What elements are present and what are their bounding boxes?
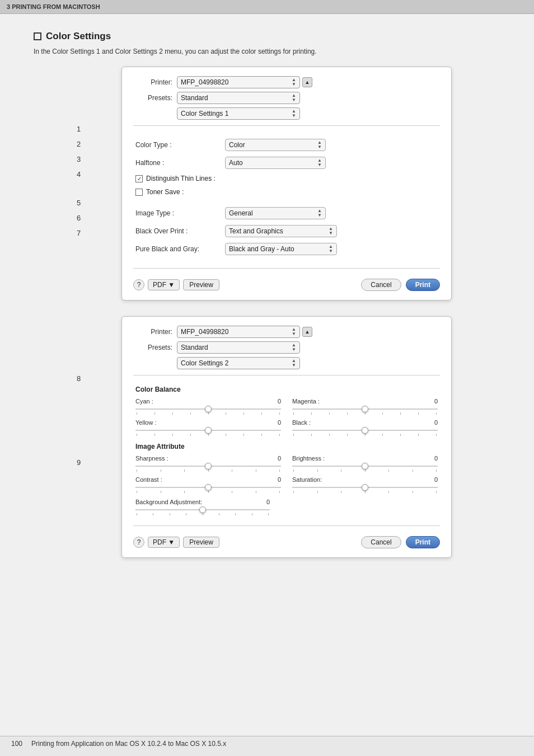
brightness-slider[interactable] [292, 463, 438, 469]
cyan-slider[interactable] [135, 406, 281, 412]
printer-label-1: Printer: [133, 78, 172, 86]
image-attribute-title: Image Attribute [135, 443, 438, 450]
yellow-value: 0 [278, 419, 281, 426]
presets-select-2[interactable]: Standard ▲ ▼ [177, 341, 300, 354]
top-bar-label: 3 PRINTING FROM MACINTOSH [7, 3, 100, 10]
cyan-slider-item: Cyan : 0 [135, 398, 281, 415]
color-balance-title: Color Balance [135, 386, 438, 393]
preview-btn-1[interactable]: Preview [183, 279, 219, 290]
print-btn-2[interactable]: Print [406, 536, 440, 548]
halftone-label: Halftone : [135, 159, 225, 167]
color-type-select[interactable]: Color ▲ ▼ [225, 139, 326, 151]
toner-save-checkbox[interactable] [135, 189, 143, 196]
printer-select-2[interactable]: MFP_04998820 ▲ ▼ [177, 326, 300, 338]
bop-down[interactable]: ▼ [329, 231, 333, 236]
sharpness-label: Sharpness : [135, 455, 168, 462]
printer-label-2: Printer: [133, 328, 172, 336]
printer-down-2[interactable]: ▼ [292, 332, 296, 336]
toner-save-row: Toner Save : [135, 185, 438, 199]
sharpness-slider[interactable] [135, 463, 281, 469]
image-type-select[interactable]: General ▲ ▼ [225, 207, 326, 219]
sharpness-slider-item: Sharpness : 0 [135, 455, 281, 472]
yellow-slider[interactable] [135, 427, 281, 434]
black-slider[interactable] [292, 427, 438, 434]
section-title-checkbox-icon [34, 32, 41, 40]
thin-lines-checkbox[interactable] [135, 175, 143, 182]
print-btn-1[interactable]: Print [406, 279, 440, 291]
panel-down-1[interactable]: ▼ [292, 114, 296, 118]
panel-select-2[interactable]: Color Settings 2 ▲ ▼ [177, 357, 300, 369]
section-description: In the Color Settings 1 and Color Settin… [34, 48, 500, 55]
halftone-down[interactable]: ▼ [317, 163, 322, 167]
help-btn-2[interactable]: ? [133, 537, 144, 548]
saturation-slider[interactable] [292, 484, 438, 491]
thin-lines-row: Distinguish Thin Lines : [135, 172, 438, 185]
black-value: 0 [434, 419, 438, 426]
black-over-print-select[interactable]: Text and Graphics ▲ ▼ [225, 225, 337, 237]
cancel-btn-1[interactable]: Cancel [361, 279, 401, 291]
magenta-value: 0 [434, 398, 438, 405]
thin-lines-label: Distinguish Thin Lines : [146, 175, 216, 182]
saturation-label: Saturation: [292, 476, 322, 483]
background-adj-value: 0 [266, 499, 270, 505]
pdf-btn-2[interactable]: PDF ▼ [148, 537, 180, 548]
background-adj-slider[interactable] [135, 506, 270, 513]
section-title: Color Settings [34, 31, 500, 42]
printer-down-arrow-1[interactable]: ▼ [292, 82, 296, 87]
help-btn-1[interactable]: ? [133, 279, 144, 290]
saturation-value: 0 [434, 476, 438, 483]
image-type-label: Image Type : [135, 209, 225, 217]
presets-down-2[interactable]: ▼ [292, 348, 296, 352]
black-slider-item: Black : 0 [292, 419, 438, 436]
presets-label-1: Presets: [133, 94, 172, 102]
contrast-value: 0 [278, 476, 281, 483]
presets-down-1[interactable]: ▼ [292, 98, 296, 102]
brightness-slider-item: Brightness : 0 [292, 455, 438, 472]
magenta-slider-item: Magenta : 0 [292, 398, 438, 415]
yellow-label: Yellow : [135, 419, 157, 426]
contrast-label: Contrast : [135, 476, 162, 483]
top-bar: 3 PRINTING FROM MACINTOSH [0, 0, 534, 14]
halftone-select[interactable]: Auto ▲ ▼ [225, 157, 326, 169]
background-adj-item: Background Adjustment: 0 [135, 499, 270, 515]
cyan-value: 0 [278, 398, 281, 405]
pure-black-gray-select[interactable]: Black and Gray - Auto ▲ ▼ [225, 243, 337, 255]
dialog2: Printer: MFP_04998820 ▲ ▼ ▲ [121, 316, 452, 558]
bottom-bar-text: Printing from Application on Mac OS X 10… [31, 740, 226, 748]
halftone-row: Halftone : Auto ▲ ▼ [135, 154, 438, 172]
printer-max-btn-1[interactable]: ▲ [302, 77, 312, 87]
image-type-row: Image Type : General ▲ ▼ [135, 204, 438, 222]
printer-select-1[interactable]: MFP_04998820 ▲ ▼ [177, 76, 300, 88]
color-type-down[interactable]: ▼ [317, 145, 322, 149]
page-number: 100 [11, 740, 22, 748]
cancel-btn-2[interactable]: Cancel [361, 536, 401, 548]
pdf-btn-1[interactable]: PDF ▼ [148, 279, 180, 290]
black-over-print-label: Black Over Print : [135, 227, 225, 235]
black-label: Black : [292, 419, 311, 426]
printer-max-btn-2[interactable]: ▲ [302, 327, 312, 337]
magenta-slider[interactable] [292, 406, 438, 412]
brightness-value: 0 [434, 455, 438, 462]
black-over-print-row: Black Over Print : Text and Graphics ▲ ▼ [135, 222, 438, 240]
color-type-row: Color Type : Color ▲ ▼ [135, 136, 438, 154]
pure-black-gray-row: Pure Black and Gray: Black and Gray - Au… [135, 240, 438, 258]
color-type-label: Color Type : [135, 141, 225, 149]
sharpness-value: 0 [278, 455, 281, 462]
yellow-slider-item: Yellow : 0 [135, 419, 281, 436]
contrast-slider-item: Contrast : 0 [135, 476, 281, 493]
cyan-label: Cyan : [135, 398, 153, 405]
preview-btn-2[interactable]: Preview [183, 537, 219, 548]
image-type-down[interactable]: ▼ [317, 213, 322, 218]
panel-select-1[interactable]: Color Settings 1 ▲ ▼ [177, 107, 300, 120]
saturation-slider-item: Saturation: 0 [292, 476, 438, 493]
panel-down-2[interactable]: ▼ [292, 363, 296, 368]
toner-save-label: Toner Save : [146, 188, 184, 196]
brightness-label: Brightness : [292, 455, 325, 462]
contrast-slider[interactable] [135, 484, 281, 491]
pbg-down[interactable]: ▼ [329, 249, 333, 253]
pure-black-gray-label: Pure Black and Gray: [135, 245, 225, 253]
presets-label-2: Presets: [133, 344, 172, 351]
magenta-label: Magenta : [292, 398, 320, 405]
background-adj-label: Background Adjustment: [135, 499, 202, 505]
presets-select-1[interactable]: Standard ▲ ▼ [177, 92, 300, 104]
